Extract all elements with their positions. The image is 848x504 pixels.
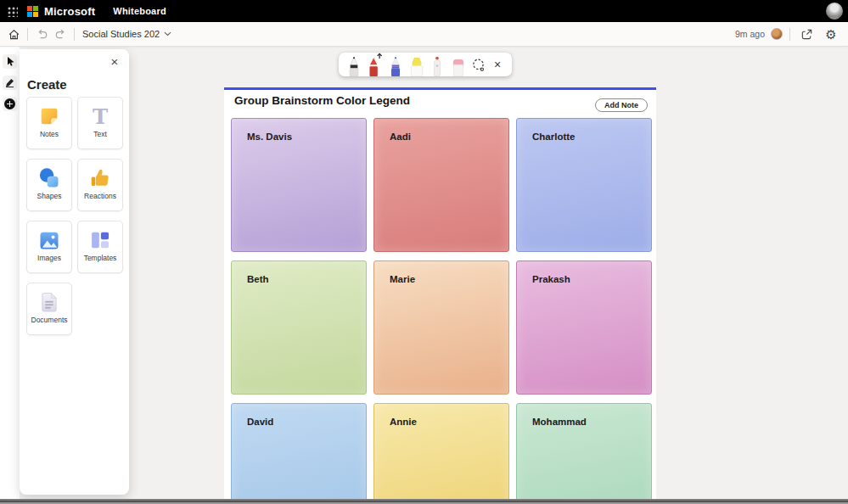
- sticky-note-author: Annie: [390, 417, 493, 427]
- sticky-note-author: Prakash: [532, 274, 636, 284]
- create-card-label: Text: [93, 130, 107, 138]
- menu-bar: Social Studies 202 9m ago ⚙: [0, 22, 848, 47]
- waffle-icon: [7, 6, 18, 17]
- brand-name: Microsoft: [44, 5, 95, 18]
- images-icon: [37, 228, 61, 252]
- whiteboard-app: Group Brainstorm Color Legend Add Note M…: [0, 0, 848, 504]
- eraser[interactable]: [448, 53, 467, 76]
- settings-button[interactable]: ⚙: [822, 25, 840, 43]
- home-button[interactable]: [4, 25, 23, 43]
- left-tool-rail: [0, 47, 20, 499]
- home-icon: [8, 28, 20, 41]
- create-card-label: Templates: [84, 254, 117, 262]
- sticky-note-author: Beth: [247, 274, 351, 284]
- create-card-templates[interactable]: Templates: [77, 221, 123, 273]
- notes-grid: Ms. Davis Aadi Charlotte Beth Marie Prak…: [231, 118, 653, 504]
- undo-icon: [36, 28, 48, 41]
- create-card-label: Images: [37, 254, 61, 262]
- cursor-icon: [5, 56, 15, 67]
- sticky-note-author: Marie: [390, 274, 493, 284]
- close-icon[interactable]: ×: [107, 54, 122, 70]
- undo-button[interactable]: [32, 25, 51, 43]
- templates-icon: [88, 228, 112, 252]
- sticky-note[interactable]: Annie: [373, 403, 509, 504]
- pen-icon: [4, 77, 15, 88]
- redo-button[interactable]: [51, 25, 70, 43]
- chevron-down-icon: [164, 31, 171, 36]
- plus-circle-icon: [4, 98, 15, 109]
- divider: [789, 28, 790, 41]
- gear-icon: ⚙: [825, 28, 836, 41]
- sticky-note-author: Mohammad: [532, 417, 636, 427]
- divider: [74, 28, 75, 41]
- sticky-note[interactable]: Charlotte: [516, 118, 652, 252]
- svg-text:T: T: [93, 104, 108, 128]
- sticky-note[interactable]: Mohammad: [516, 403, 652, 504]
- last-edited-label: 9m ago: [735, 29, 765, 39]
- sticky-note[interactable]: Marie: [373, 260, 509, 395]
- sticky-note-author: Ms. Davis: [247, 132, 351, 142]
- sticky-note[interactable]: Beth: [231, 260, 367, 395]
- create-cards: Notes T Text Shapes: [26, 97, 123, 335]
- board-name-dropdown[interactable]: Social Studies 202: [79, 26, 175, 42]
- text-icon: T: [88, 104, 112, 128]
- close-icon[interactable]: ×: [489, 55, 506, 74]
- create-card-text[interactable]: T Text: [77, 97, 123, 149]
- app-launcher-button[interactable]: [0, 0, 24, 22]
- create-card-notes[interactable]: Notes: [26, 97, 72, 149]
- create-card-shapes[interactable]: Shapes: [26, 159, 72, 211]
- sticky-note-author: David: [247, 417, 351, 427]
- redo-icon: [54, 28, 67, 41]
- sticky-note[interactable]: Prakash: [516, 260, 652, 395]
- select-tool-button[interactable]: [3, 54, 17, 69]
- documents-icon: [37, 290, 61, 314]
- create-card-label: Shapes: [37, 192, 62, 200]
- create-panel-title: Create: [27, 77, 67, 92]
- shapes-icon: [37, 166, 61, 190]
- create-card-images[interactable]: Images: [26, 221, 72, 273]
- create-tool-button[interactable]: [3, 97, 17, 111]
- divider: [27, 28, 28, 41]
- reactions-icon: [88, 166, 112, 190]
- share-icon: [800, 28, 813, 41]
- lasso-select-icon[interactable]: [469, 55, 488, 74]
- legend-frame[interactable]: Group Brainstorm Color Legend Add Note M…: [224, 87, 656, 504]
- red-pen-selected[interactable]: [365, 53, 384, 76]
- create-card-label: Reactions: [84, 192, 116, 200]
- sticky-note-author: Charlotte: [532, 132, 636, 142]
- ink-tool-button[interactable]: [3, 76, 17, 90]
- sticky-note-author: Aadi: [390, 132, 493, 142]
- title-bar: Microsoft Whiteboard: [0, 0, 848, 22]
- create-card-label: Notes: [40, 130, 59, 138]
- create-card-reactions[interactable]: Reactions: [77, 159, 123, 211]
- create-card-documents[interactable]: Documents: [26, 283, 72, 335]
- create-card-label: Documents: [31, 316, 68, 324]
- share-button[interactable]: [797, 25, 816, 43]
- microsoft-logo: [27, 6, 38, 17]
- account-avatar[interactable]: [826, 3, 843, 20]
- notes-icon: [37, 104, 61, 128]
- sticky-note[interactable]: Aadi: [373, 118, 509, 252]
- collaborator-avatar[interactable]: [771, 28, 783, 40]
- galaxy-pen[interactable]: [386, 53, 405, 76]
- board-name-label: Social Studies 202: [82, 29, 160, 39]
- create-panel: × Create Notes T Text: [20, 49, 129, 495]
- pen-toolbar: ×: [339, 53, 512, 76]
- frame-title: Group Brainstorm Color Legend: [234, 94, 410, 107]
- app-name: Whiteboard: [113, 6, 166, 16]
- add-note-button[interactable]: Add Note: [595, 98, 648, 112]
- yellow-highlighter[interactable]: [407, 53, 425, 76]
- laser-pointer[interactable]: [428, 53, 446, 76]
- sticky-note[interactable]: Ms. Davis: [231, 118, 367, 252]
- sticky-note[interactable]: David: [231, 403, 367, 504]
- black-pen[interactable]: [345, 53, 363, 76]
